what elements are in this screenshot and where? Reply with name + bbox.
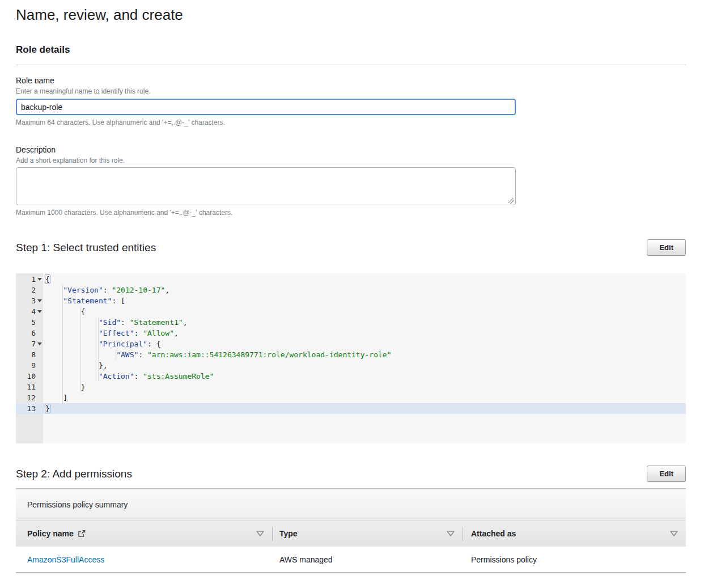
section-divider <box>16 65 686 65</box>
code-line: 5"Sid": "Statement1", <box>16 317 686 328</box>
description-hint: Add a short explanation for this role. <box>16 156 686 164</box>
description-textarea[interactable] <box>16 167 516 205</box>
trust-policy-editor[interactable]: 1{2"Version": "2012-10-17",3"Statement":… <box>16 273 686 443</box>
description-label: Description <box>16 145 686 155</box>
description-field-wrap <box>16 167 516 205</box>
role-details-heading: Role details <box>16 44 686 56</box>
code-line: 11} <box>16 382 686 392</box>
column-header-attached-as[interactable]: Attached as <box>463 521 686 547</box>
type-column-label: Type <box>279 529 298 538</box>
code-line: 3"Statement": [ <box>16 295 686 306</box>
resize-handle-icon[interactable] <box>508 198 514 204</box>
fold-arrow-icon[interactable] <box>37 342 42 345</box>
permissions-panel-title: Permissions policy summary <box>16 489 686 520</box>
step1-header-row: Step 1: Select trusted entities Edit <box>16 239 686 256</box>
attached-as-column-label: Attached as <box>471 529 516 538</box>
role-name-constraint: Maximum 64 characters. Use alphanumeric … <box>16 119 686 126</box>
description-constraint: Maximum 1000 characters. Use alphanumeri… <box>16 209 686 217</box>
filter-triangle-icon[interactable] <box>447 531 455 536</box>
fold-arrow-icon[interactable] <box>37 310 42 313</box>
step1-edit-button[interactable]: Edit <box>647 239 686 256</box>
step2-header-row: Step 2: Add permissions Edit <box>16 466 686 482</box>
policy-name-cell: AmazonS3FullAccess <box>16 555 272 564</box>
external-link-icon <box>78 530 86 538</box>
role-name-label: Role name <box>16 76 686 86</box>
role-name-input[interactable] <box>16 99 516 115</box>
code-line: 8"AWS": "arn:aws:iam::541263489771:role/… <box>16 349 686 360</box>
permissions-table-header: Policy name Type Attached as <box>16 520 686 547</box>
code-line: 10"Action": "sts:AssumeRole" <box>16 371 686 382</box>
policy-link[interactable]: AmazonS3FullAccess <box>27 555 104 564</box>
filter-triangle-icon[interactable] <box>670 531 678 536</box>
permissions-summary-panel: Permissions policy summary Policy name T… <box>16 488 686 573</box>
fold-arrow-icon[interactable] <box>37 299 42 302</box>
fold-arrow-icon[interactable] <box>37 278 42 281</box>
code-line: 6"Effect": "Allow", <box>16 328 686 339</box>
name-review-create-page: Name, review, and create Role details Ro… <box>0 0 704 573</box>
policy-name-column-label: Policy name <box>27 529 74 538</box>
code-line: 12] <box>16 392 686 403</box>
table-row: AmazonS3FullAccess AWS managed Permissio… <box>16 547 686 573</box>
code-line: 1{ <box>16 274 686 285</box>
code-line: 7"Principal": { <box>16 339 686 349</box>
code-line: 4{ <box>16 306 686 317</box>
role-name-hint: Enter a meaningful name to identify this… <box>16 87 686 95</box>
code-line: 2"Version": "2012-10-17", <box>16 285 686 295</box>
step2-heading: Step 2: Add permissions <box>16 466 132 482</box>
filter-triangle-icon[interactable] <box>256 531 264 536</box>
step1-heading: Step 1: Select trusted entities <box>16 239 156 256</box>
code-editor-lines: 1{2"Version": "2012-10-17",3"Statement":… <box>16 273 686 414</box>
step2-edit-button[interactable]: Edit <box>647 466 686 482</box>
column-header-type[interactable]: Type <box>272 521 463 547</box>
policy-type-cell: AWS managed <box>272 555 463 564</box>
attached-as-cell: Permissions policy <box>463 555 686 564</box>
page-title: Name, review, and create <box>16 0 686 23</box>
code-line: 9}, <box>16 360 686 371</box>
code-line: 13} <box>16 403 686 414</box>
column-header-policy-name[interactable]: Policy name <box>16 521 272 547</box>
